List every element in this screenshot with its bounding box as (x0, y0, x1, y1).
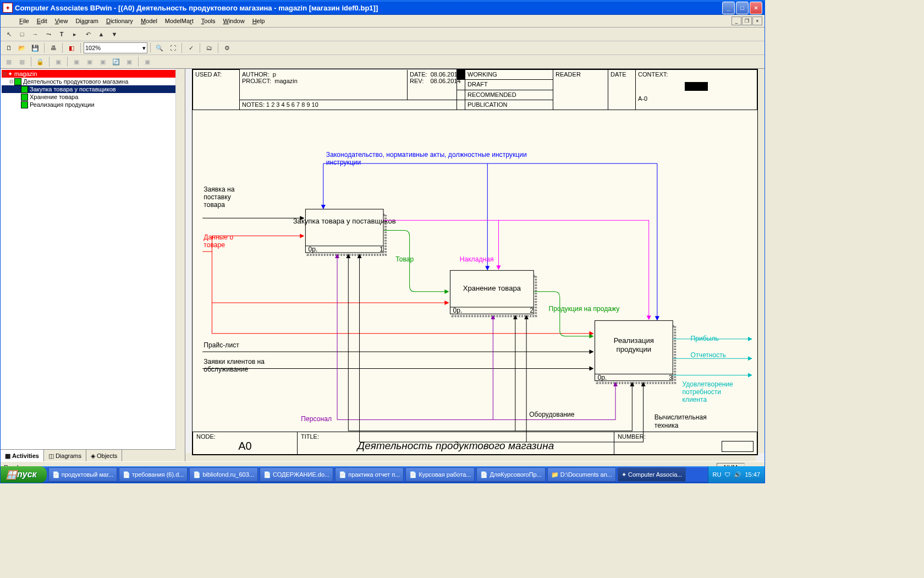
mm-icon-1[interactable]: ▦ (3, 56, 15, 68)
svg-text:инструкции: инструкции (326, 159, 361, 166)
svg-text:Реализация: Реализация (614, 336, 654, 345)
svg-text:Закупка товара у поставщиков: Закупка товара у поставщиков (293, 217, 396, 225)
titlebar: ✦ Computer Associates BPwin - [(A0) Деят… (1, 1, 765, 15)
start-button[interactable]: 🪟 пуск (1, 466, 47, 483)
idef0-diagram[interactable]: Законодательство, нормативные акты, долж… (193, 110, 757, 462)
properties-icon[interactable]: ⚙ (221, 42, 233, 54)
taskbar-item[interactable]: 📄 СОДЕРЖАНИЕ.do... (260, 467, 333, 482)
svg-text:Хранение товара: Хранение товара (463, 284, 521, 292)
header-context: CONTEXT: A-0 (636, 70, 757, 110)
svg-text:Накладная: Накладная (460, 255, 494, 263)
taskbar-item[interactable]: 📄 bibliofond.ru_603... (189, 467, 258, 482)
tray-volume-icon[interactable]: 🔊 (734, 471, 741, 478)
tray-icon[interactable]: 🛡 (724, 471, 730, 478)
menu-help[interactable]: Help (249, 17, 268, 25)
activity-tool-icon[interactable]: □ (16, 28, 28, 40)
mm-lock-icon[interactable]: 🔒 (34, 56, 46, 68)
tree-scrollbar[interactable] (175, 69, 185, 450)
tree-root[interactable]: ⊟✦magazin (2, 70, 184, 78)
menu-diagram[interactable]: Diagram (72, 17, 102, 25)
open-icon[interactable]: 📂 (16, 42, 28, 54)
menu-model[interactable]: Model (138, 17, 161, 25)
mm-icon-6[interactable]: ▣ (97, 56, 109, 68)
svg-text:Товар: Товар (395, 255, 414, 263)
minimize-button[interactable]: _ (722, 2, 735, 14)
svg-text:1: 1 (380, 246, 383, 253)
tab-diagrams[interactable]: ◫ Diagrams (44, 450, 86, 462)
zoom-fit-icon[interactable]: ⛶ (167, 42, 179, 54)
label-control: Законодательство, нормативные акты, долж… (326, 151, 527, 159)
spellcheck-icon[interactable]: ✓ (185, 42, 197, 54)
taskbar-item[interactable]: 📄 продуктовый маг... (48, 467, 117, 482)
menu-window[interactable]: Window (220, 17, 248, 25)
app-icon: ✦ (3, 3, 13, 13)
model-explorer-icon[interactable]: 🗂 (203, 42, 215, 54)
zoom-in-icon[interactable]: 🔍 (153, 42, 166, 54)
maximize-button[interactable]: □ (736, 2, 749, 14)
menu-modelmart[interactable]: ModelMart (162, 17, 197, 25)
mdi-restore-button[interactable]: ❐ (742, 17, 752, 25)
taskbar-item[interactable]: 📄 практика отчет п... (335, 467, 404, 482)
goto-parent-icon[interactable]: ↶ (82, 28, 94, 40)
svg-text:2: 2 (530, 307, 534, 314)
mm-icon-9[interactable]: ▣ (141, 56, 153, 68)
editor-tool-icon[interactable]: ▸ (69, 28, 81, 40)
taskbar-item[interactable]: 📄 Курсовая работа... (405, 467, 475, 482)
tree-item-a2[interactable]: Хранение товара (2, 93, 184, 101)
header-recommended: RECOMMENDED (465, 90, 553, 100)
mm-icon-4[interactable]: ▣ (70, 56, 82, 68)
menu-edit[interactable]: Edit (34, 17, 51, 25)
tab-objects[interactable]: ◈ Objects (86, 450, 122, 462)
diagram-pane: USED AT: AUTHOR: p PROJECT: magazin DATE… (185, 69, 765, 462)
pointer-tool-icon[interactable]: ↖ (3, 28, 15, 40)
taskbar-item-active[interactable]: ✦ Computer Associa... (618, 467, 686, 482)
header-working: WORKING (465, 70, 553, 80)
svg-text:Персонал: Персонал (301, 415, 332, 423)
svg-text:продукции: продукции (617, 345, 652, 353)
mm-icon-2[interactable]: ▦ (16, 56, 28, 68)
mdi-minimize-button[interactable]: _ (732, 17, 741, 25)
tray-clock[interactable]: 15:47 (745, 471, 760, 478)
report-icon[interactable]: ◧ (65, 42, 78, 54)
menu-file[interactable]: File (16, 17, 32, 25)
mm-icon-3[interactable]: ▣ (52, 56, 64, 68)
new-icon[interactable]: 🗋 (3, 42, 15, 54)
header-draft: DRAFT (465, 80, 553, 90)
print-icon[interactable]: 🖶 (47, 42, 59, 54)
taskbar: 🪟 пуск 📄 продуктовый маг... 📄 требования… (1, 466, 765, 483)
svg-text:Продукция на продажу: Продукция на продажу (549, 305, 620, 313)
arrow-tool-icon[interactable]: → (29, 28, 41, 40)
svg-text:поставку: поставку (204, 193, 231, 201)
mdi-close-button[interactable]: × (752, 17, 762, 25)
menu-dictionary[interactable]: Dictionary (103, 17, 136, 25)
taskbar-item[interactable]: 📄 требования (6).d... (119, 467, 188, 482)
diagram-canvas[interactable]: USED AT: AUTHOR: p PROJECT: magazin DATE… (192, 69, 758, 455)
tree-item-a3[interactable]: Реализация продукции (2, 101, 184, 108)
taskbar-item[interactable]: 📁 D:\Documents an... (547, 467, 616, 482)
tray-lang[interactable]: RU (713, 471, 722, 478)
footer-number: NUMBER: (614, 432, 757, 455)
up-icon[interactable]: ▲ (95, 28, 107, 40)
menu-view[interactable]: View (52, 17, 72, 25)
menu-tools[interactable]: Tools (198, 17, 219, 25)
tree-item-a0[interactable]: ⊟Деятельность продуктового магазина (2, 78, 184, 85)
svg-text:товаре: товаре (204, 241, 225, 249)
label-pricelist: Прайс-лист (204, 341, 239, 349)
save-icon[interactable]: 💾 (29, 42, 41, 54)
mm-icon-8[interactable]: ▣ (123, 56, 135, 68)
svg-text:потребности: потребности (682, 388, 721, 396)
mm-icon-7[interactable]: 🔄 (110, 56, 122, 68)
svg-text:Прибыль: Прибыль (691, 335, 719, 342)
mm-icon-5[interactable]: ▣ (84, 56, 96, 68)
text-tool-icon[interactable]: T (56, 28, 68, 40)
down-icon[interactable]: ▼ (108, 28, 120, 40)
taskbar-item[interactable]: 📄 ДляКурсовогоПр... (476, 467, 545, 482)
squiggle-tool-icon[interactable]: ⤳ (42, 28, 54, 40)
system-tray[interactable]: RU 🛡 🔊 15:47 (708, 466, 765, 483)
header-used-at: USED AT: (193, 70, 240, 110)
zoom-combo[interactable]: 102%▾ (84, 42, 147, 53)
tree-item-a1[interactable]: Закупка товара у поставщиков (2, 85, 184, 93)
svg-text:Данные о: Данные о (204, 233, 233, 241)
close-button[interactable]: × (750, 2, 762, 14)
tab-activities[interactable]: ▦ Activities (1, 450, 44, 462)
